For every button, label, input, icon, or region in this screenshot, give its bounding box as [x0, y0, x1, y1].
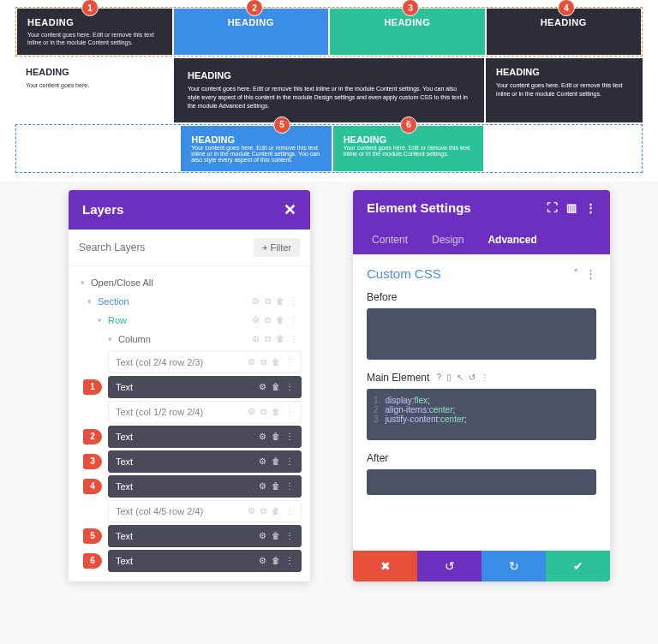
- body-text: Your content goes here. Edit or remove t…: [496, 81, 632, 98]
- item-label: Text: [116, 556, 259, 566]
- filter-button[interactable]: + Filter: [254, 238, 300, 257]
- reset-icon[interactable]: ↺: [469, 373, 476, 382]
- text-item[interactable]: 4Text⚙🗑⋮: [108, 475, 302, 498]
- css-section-header[interactable]: Custom CSS ˄ ⋮: [367, 266, 596, 281]
- heading: HEADING: [188, 70, 470, 80]
- trash-icon: 🗑: [272, 556, 280, 565]
- copy-icon: ⧉: [260, 506, 266, 516]
- more-icon[interactable]: ⋮: [481, 373, 489, 382]
- heading: HEADING: [344, 134, 473, 145]
- close-icon[interactable]: ✕: [284, 200, 296, 219]
- more-icon: ⋮: [285, 432, 294, 441]
- text-item[interactable]: Text (col 2/4 row 2/3)⚙⧉🗑⋮: [108, 351, 302, 373]
- tab-content[interactable]: Content: [360, 225, 420, 254]
- gear-icon: ⚙: [248, 506, 255, 516]
- grid-cell-mid[interactable]: HEADINGYour content goes here. Edit or r…: [174, 58, 484, 122]
- text-item[interactable]: Text (col 1/2 row 2/4)⚙⧉🗑⋮: [108, 401, 302, 423]
- chevron-up-icon[interactable]: ˄: [573, 267, 579, 280]
- item-label: Text: [116, 432, 259, 442]
- row-actions[interactable]: ⚙🗑⋮: [259, 382, 294, 391]
- hover-icon[interactable]: ↖: [457, 373, 464, 382]
- expand-icon[interactable]: ⛶: [547, 201, 558, 214]
- before-code-box[interactable]: [367, 308, 596, 360]
- row-actions[interactable]: ⚙⧉🗑⋮: [248, 357, 294, 367]
- row-actions[interactable]: ⚙⧉🗑⋮: [248, 407, 294, 417]
- more-icon: ⋮: [290, 296, 298, 307]
- annotation-badge-1: 1: [81, 0, 99, 16]
- tab-advanced[interactable]: Advanced: [476, 225, 548, 254]
- column-icon[interactable]: ▥: [566, 201, 577, 214]
- trash-icon: 🗑: [272, 432, 280, 441]
- trash-icon: 🗑: [272, 531, 280, 540]
- row-actions[interactable]: ⚙🗑⋮: [259, 481, 294, 491]
- annotation-badge-4: 4: [558, 0, 575, 16]
- tree-section[interactable]: ▾Section⚙⧉🗑⋮: [77, 292, 302, 311]
- section-title: Custom CSS: [367, 266, 441, 281]
- trash-icon: 🗑: [276, 315, 284, 325]
- more-icon: ⋮: [285, 357, 294, 367]
- row-actions[interactable]: ⚙⧉🗑⋮: [252, 334, 298, 344]
- item-label: Text: [116, 382, 259, 392]
- body-text: Your content goes here.: [26, 81, 162, 90]
- trash-icon: 🗑: [276, 334, 284, 344]
- open-close-all[interactable]: ▾Open/Close All: [77, 273, 302, 292]
- gear-icon: ⚙: [259, 382, 266, 391]
- copy-icon: ⧉: [265, 334, 271, 344]
- text-item[interactable]: Text (col 4/5 row 2/4)⚙⧉🗑⋮: [108, 500, 302, 522]
- mobile-icon[interactable]: ▯: [446, 373, 452, 382]
- text-item[interactable]: 6Text⚙🗑⋮: [108, 550, 302, 572]
- tree-row[interactable]: ▾Row⚙⧉🗑⋮: [77, 311, 302, 330]
- preview-grid: 1 2 3 4 HEADINGYour content goes here. E…: [0, 0, 658, 182]
- text-item[interactable]: 2Text⚙🗑⋮: [108, 426, 302, 448]
- grid-cell-5[interactable]: HEADINGYour content goes here. Edit or r…: [181, 126, 331, 171]
- gear-icon: ⚙: [252, 334, 260, 344]
- copy-icon: ⧉: [265, 296, 271, 307]
- grid-row-2: HEADINGYour content goes here. HEADINGYo…: [15, 58, 643, 122]
- redo-button[interactable]: ↻: [482, 551, 546, 581]
- copy-icon: ⧉: [260, 407, 266, 417]
- row-badge: 2: [83, 429, 102, 444]
- main-element-label: Main Element ? ▯ ↖ ↺ ⋮: [367, 372, 596, 384]
- item-label: Text (col 4/5 row 2/4): [116, 506, 248, 516]
- row-actions[interactable]: ⚙🗑⋮: [259, 556, 294, 565]
- item-label: Text: [116, 481, 259, 492]
- more-icon[interactable]: ⋮: [585, 201, 596, 214]
- search-input[interactable]: [79, 238, 247, 257]
- cancel-button[interactable]: ✖: [353, 551, 417, 581]
- row-actions[interactable]: ⚙🗑⋮: [259, 531, 294, 540]
- text-item[interactable]: 1Text⚙🗑⋮: [108, 376, 302, 398]
- help-icon[interactable]: ?: [436, 373, 441, 382]
- text-item[interactable]: 5Text⚙🗑⋮: [108, 525, 302, 547]
- more-icon: ⋮: [285, 407, 294, 417]
- after-code-box[interactable]: [367, 469, 596, 495]
- panels-row: Layers ✕ + Filter ▾Open/Close All ▾Secti…: [0, 182, 658, 581]
- row-actions[interactable]: ⚙🗑⋮: [259, 456, 294, 466]
- grid-cell-1[interactable]: HEADINGYour content goes here. Edit or r…: [17, 9, 172, 55]
- row-actions[interactable]: ⚙🗑⋮: [259, 432, 294, 441]
- body-text: Your content goes here. Edit or remove t…: [191, 145, 320, 163]
- main-code-box[interactable]: 1display:flex; 2align-items:center; 3jus…: [367, 389, 596, 440]
- trash-icon: 🗑: [272, 506, 280, 516]
- gear-icon: ⚙: [248, 407, 255, 417]
- grid-cell-right[interactable]: HEADINGYour content goes here. Edit or r…: [486, 58, 643, 122]
- trash-icon: 🗑: [272, 357, 280, 367]
- tree-column[interactable]: ▾Column⚙⧉🗑⋮: [77, 330, 302, 349]
- row-badge: 4: [83, 479, 102, 494]
- grid-cell-left[interactable]: HEADINGYour content goes here.: [15, 58, 172, 122]
- row-actions[interactable]: ⚙⧉🗑⋮: [252, 315, 298, 325]
- more-icon[interactable]: ⋮: [585, 267, 596, 280]
- tab-design[interactable]: Design: [420, 225, 476, 254]
- trash-icon: 🗑: [272, 456, 280, 466]
- row-actions[interactable]: ⚙⧉🗑⋮: [252, 296, 298, 307]
- undo-button[interactable]: ↺: [417, 551, 482, 581]
- row-actions[interactable]: ⚙⧉🗑⋮: [248, 506, 294, 516]
- header-tools: ⛶ ▥ ⋮: [547, 201, 596, 214]
- item-label: Text (col 2/4 row 2/3): [116, 357, 248, 367]
- copy-icon: ⧉: [265, 315, 271, 325]
- save-button[interactable]: ✔: [546, 551, 610, 581]
- gear-icon: ⚙: [248, 357, 255, 367]
- more-icon: ⋮: [285, 506, 294, 516]
- text-item[interactable]: 3Text⚙🗑⋮: [108, 450, 302, 473]
- heading: HEADING: [497, 17, 631, 27]
- heading: HEADING: [191, 134, 320, 145]
